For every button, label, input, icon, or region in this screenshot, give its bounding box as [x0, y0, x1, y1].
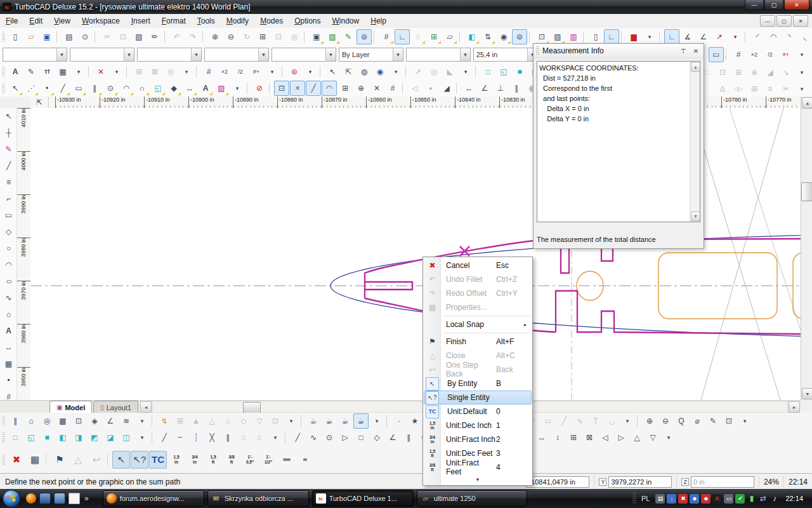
sketch-tool[interactable]: ✎ [1, 142, 16, 157]
print-button[interactable]: ▤ [62, 29, 77, 44]
center-button[interactable]: ⊕ [747, 65, 762, 80]
save-button[interactable]: ▣ [39, 29, 55, 44]
snap-grid-button[interactable]: # [201, 64, 216, 79]
snap-quadrant-button[interactable]: ⊞ [337, 81, 353, 96]
menu-one-step-back[interactable]: ↩ One Step Back Back [424, 363, 532, 377]
menu-local-snap[interactable]: Local Snap ▸ [424, 318, 532, 331]
taskbar-clock[interactable]: 22:14 [785, 495, 803, 502]
zoom-out-tool[interactable]: ⊖ [658, 413, 673, 429]
snap-box-button[interactable]: ⊞ [566, 430, 581, 445]
ortho-constraint-button[interactable]: ⊥ [493, 81, 508, 96]
power-tray-icon[interactable]: ▮ [747, 494, 756, 504]
arrow-button[interactable]: ↘ [778, 65, 794, 80]
view-iso-nw-button[interactable]: ◱ [23, 430, 39, 445]
overflow-button[interactable]: ▾ [109, 64, 124, 79]
snap-angle-button[interactable]: ◢ [439, 81, 454, 96]
overflow-button[interactable]: ▾ [268, 430, 283, 445]
menu-unit-default[interactable]: TC Unit:Default 0 [424, 404, 532, 418]
menu-finish[interactable]: ⚑ Finish Alt+F [424, 335, 532, 349]
grid-array-button[interactable]: ⊞ [731, 65, 746, 80]
redline-freehand-button[interactable]: ∿ [572, 413, 587, 429]
format-painter-button[interactable]: ✏ [147, 29, 162, 44]
dimension-tool[interactable]: ↔ [182, 81, 197, 96]
point-style-dot-button[interactable]: · [391, 413, 407, 429]
view-right-button[interactable]: ◨ [71, 430, 86, 445]
coordinate-value[interactable]: -10841,0479 in [526, 476, 589, 488]
multiline-tool[interactable]: ≡ [1, 175, 16, 190]
redo-button[interactable]: ↷ [185, 29, 200, 44]
undo-button[interactable]: ↶ [169, 29, 185, 44]
coordinate-value[interactable]: 0 in [691, 476, 754, 488]
explode-button[interactable]: ✕ [93, 64, 108, 79]
rotate-button[interactable]: ◎ [426, 64, 442, 79]
keyboard-tray-icon[interactable]: ▤ [655, 494, 665, 504]
tab-layout1[interactable]: ▯ Layout1 [93, 401, 138, 413]
ortho-button[interactable]: ∟ [395, 29, 410, 44]
start-button[interactable] [2, 489, 21, 508]
globe-button[interactable]: ◉ [372, 64, 388, 79]
kaspersky-tray-icon[interactable]: ☻ [701, 494, 710, 504]
unit-feet-dec-inch-button[interactable]: 1'- 0,5″ [241, 451, 259, 469]
line-width-combo[interactable]: 25,4 in ▼ [473, 48, 538, 62]
overflow-button[interactable]: ▾ [388, 64, 403, 79]
overflow-button[interactable]: ▾ [230, 81, 245, 96]
workplane-button[interactable]: ∟ [604, 29, 619, 44]
array-button[interactable]: ⊞ [747, 81, 762, 97]
snap-half-button[interactable]: /2 [763, 47, 778, 62]
menu-tools[interactable]: Tools [192, 15, 221, 27]
light-button[interactable]: ◎ [163, 64, 178, 79]
workplane-normal-button[interactable]: △ [204, 413, 219, 429]
snap-cross-button[interactable]: ✕ [369, 81, 384, 96]
ungroup-button[interactable]: ⊠ [147, 64, 162, 79]
cancel-button[interactable]: ✖ [8, 451, 25, 469]
pen-tool-button[interactable]: ✎ [341, 29, 356, 44]
triangle-tool[interactable]: ▷ [337, 430, 353, 445]
paste-button[interactable]: ▧ [131, 29, 147, 44]
polygon-tool[interactable]: ⌂ [1, 307, 16, 322]
scroll-right-button[interactable]: ▸ [789, 401, 800, 413]
vertical-scrollbar[interactable]: ▲ ▼ [801, 97, 812, 400]
menu-unit-fract-inch[interactable]: 3/4 in Unit:Fract Inch 2 [424, 432, 532, 446]
modify-image-button[interactable]: ▨ [325, 29, 340, 44]
transform-3d-button[interactable]: ⇅ [480, 29, 495, 44]
zoom-extent-tool[interactable]: ⌀ [690, 413, 705, 429]
pen-pattern-combo[interactable]: ▼ [70, 48, 134, 62]
zoom-in-tool[interactable]: ⊕ [642, 413, 657, 429]
overflow-button[interactable]: ▾ [458, 64, 473, 79]
snap-x-button[interactable]: ⊠ [582, 430, 597, 445]
properties-button[interactable]: ▦ [26, 451, 44, 469]
hatch-button[interactable]: ▨ [550, 29, 565, 44]
angle-dimension-button[interactable]: ∠ [696, 29, 711, 44]
unit-mm-button[interactable]: mm [278, 451, 296, 469]
scroll-left-button[interactable]: ◂ [140, 401, 152, 413]
point-style-star-button[interactable]: ★ [407, 413, 422, 429]
curve2-tool[interactable]: ∿ [306, 430, 321, 445]
arc-tool[interactable]: ◠ [119, 81, 134, 96]
workplane-world-button[interactable]: ⌂ [220, 413, 235, 429]
overflow-button[interactable]: ▾ [794, 65, 809, 80]
panel-title-bar[interactable]: Measurement Info ⊤ ✕ [534, 44, 704, 58]
overflow-button[interactable]: ▾ [794, 47, 809, 62]
zoom-dynamic-button[interactable]: ↻ [239, 29, 254, 44]
workplane-3point-button[interactable]: ▲ [188, 413, 204, 429]
reference-book-button[interactable]: ▆ [626, 29, 641, 44]
print-preview-button[interactable]: ⊙ [77, 29, 93, 44]
triangle-up-button[interactable]: △ [629, 430, 645, 445]
pentagon-tool[interactable]: ⌂ [23, 413, 39, 429]
construction-tool[interactable]: # [1, 389, 16, 400]
spline-tool[interactable]: ∩ [134, 81, 150, 96]
taskbar-button-firefox[interactable]: forum.aerodesignw... [103, 490, 204, 507]
circle-tool[interactable]: ○ [1, 241, 16, 256]
zoom-out-button[interactable]: ⊖ [223, 29, 239, 44]
scroll-down-button[interactable]: ▼ [691, 211, 700, 221]
snap-center-button[interactable]: ◠ [322, 81, 337, 96]
parallel2-tool[interactable]: ∥ [401, 430, 416, 445]
angle-tool[interactable]: ∠ [103, 413, 118, 429]
select-edit-tool[interactable]: ↖ [1, 109, 16, 124]
render-wireframe-button[interactable]: ☕ [306, 413, 321, 429]
menu-single-entity[interactable]: ↖? Single Entity [424, 391, 532, 404]
arc-3point-button[interactable]: ◠ [766, 29, 781, 44]
hatch-tool[interactable]: ▦ [1, 356, 16, 371]
zoom-previous-button[interactable]: ◎ [287, 29, 302, 44]
overflow-button[interactable]: ▾ [303, 64, 318, 79]
